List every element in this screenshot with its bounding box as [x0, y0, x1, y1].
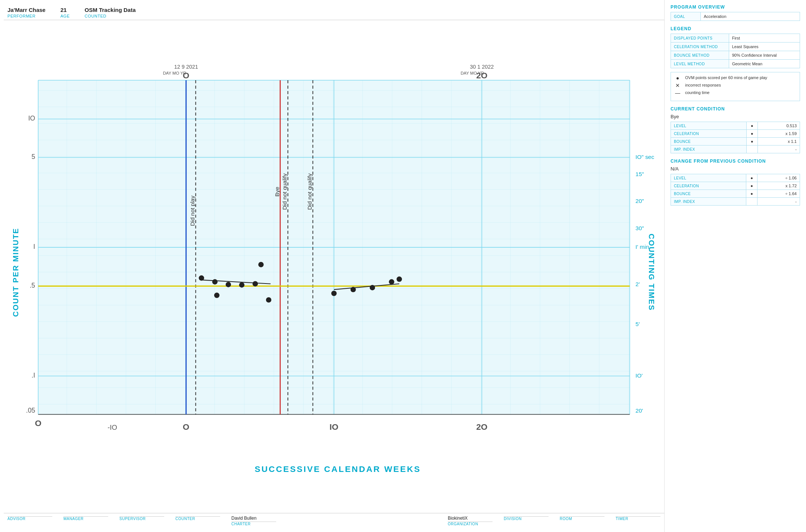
legend-dash-symbol: — — [674, 90, 681, 96]
right-tick-15sec: 15" — [635, 171, 644, 177]
legend-dot-text: OVM points scored per 60 mins of game pl… — [685, 75, 767, 80]
annotation-dnq1: Did not qualify — [281, 173, 288, 210]
current-imp-symbol — [746, 145, 757, 153]
data-point-8 — [266, 297, 271, 303]
organization-label: ORGANIZATION — [448, 522, 493, 526]
x-tick-10: IO — [329, 422, 338, 432]
data-point-12 — [389, 279, 394, 284]
date1-labels: DAY MO YR — [163, 71, 186, 75]
current-condition-name: Bye — [671, 114, 800, 119]
y-axis-label: COUNT PER MINUTE — [11, 228, 20, 317]
change-level-symbol: ● — [746, 174, 757, 182]
goal-value: Acceleration — [701, 12, 800, 21]
supervisor-field: SUPERVISOR — [119, 516, 164, 526]
current-bounce-label: BOUNCE — [671, 138, 747, 145]
change-imp-symbol — [746, 198, 757, 206]
current-stat-imp: IMP. INDEX - — [671, 145, 800, 153]
current-stats-table: LEVEL ● 0.513 CELERATION ● x 1.59 BOUNCE… — [671, 122, 800, 153]
y-tick-1: I — [33, 243, 35, 250]
organization-value: BiokinetiX — [448, 516, 493, 522]
change-cel-value: x 1.72 — [757, 182, 800, 190]
manager-field: MANAGER — [63, 516, 108, 526]
charter-label: CHARTER — [231, 522, 276, 526]
right-tick-20min: 20' — [635, 407, 643, 414]
program-overview-title: PROGRAM OVERVIEW — [671, 4, 800, 10]
change-title: CHANGE FROM PREVIOUS CONDITION — [671, 159, 800, 164]
age-label: AGE — [60, 14, 70, 18]
current-level-value: 0.513 — [757, 122, 800, 130]
division-label: DIVISION — [504, 517, 549, 521]
current-level-label: LEVEL — [671, 122, 747, 130]
footer-row: ADVISOR MANAGER SUPERVISOR COUNTER David… — [4, 513, 664, 528]
room-label: ROOM — [560, 517, 604, 521]
timer-label: TIMER — [616, 517, 660, 521]
change-level-value: ÷ 1.06 — [757, 174, 800, 182]
age-field: 21 AGE — [60, 7, 70, 18]
date1: 12 9 2021 — [174, 64, 198, 70]
y-tick-05: .5 — [30, 282, 35, 289]
current-stat-celeration: CELERATION ● x 1.59 — [671, 130, 800, 138]
change-cel-symbol: ● — [746, 182, 757, 190]
data-point-9 — [331, 291, 337, 296]
advisor-field: ADVISOR — [7, 516, 52, 526]
right-tick-5min: 5' — [635, 321, 640, 327]
room-field: ROOM — [560, 516, 604, 526]
performer-field: Ja'Marr Chase PERFORMER — [7, 7, 46, 18]
legend-x-symbol: ✕ — [674, 83, 681, 88]
current-bounce-symbol: ● — [746, 138, 757, 145]
legend-dot-symbol: ● — [674, 75, 681, 81]
lm-label: LEVEL METHOD — [671, 60, 729, 68]
counter-field: COUNTER — [175, 516, 220, 526]
legend-row-level: LEVEL METHOD Geometric Mean — [671, 60, 800, 68]
main-chart: COUNT PER MINUTE COUNTING TIMES SUCCESSI… — [7, 24, 660, 513]
change-condition-section: CHANGE FROM PREVIOUS CONDITION N/A LEVEL… — [671, 159, 800, 206]
date2: 30 1 2022 — [470, 64, 494, 70]
legend-table: DISPLAYED POINTS First CELERATION METHOD… — [671, 34, 800, 68]
change-cel-label: CELERATION — [671, 182, 746, 190]
data-point-6 — [258, 262, 263, 267]
legend-row-displayed-points: DISPLAYED POINTS First — [671, 34, 800, 43]
annotation-did-not-play: Did not play — [189, 195, 196, 226]
manager-label: MANAGER — [63, 517, 108, 521]
legend-dash-text: counting time — [685, 90, 709, 95]
change-bounce-label: BOUNCE — [671, 190, 746, 198]
right-tick-10min: IO' — [635, 372, 643, 379]
change-level-label: LEVEL — [671, 174, 746, 182]
current-cel-label: CELERATION — [671, 130, 747, 138]
performer-value: Ja'Marr Chase — [7, 7, 46, 13]
right-tick-20sec: 20" — [635, 198, 644, 204]
x-tick-20: 2O — [476, 422, 487, 432]
timer-field: TIMER — [616, 516, 660, 526]
legend-item-2: — counting time — [674, 90, 797, 96]
header-row: Ja'Marr Chase PERFORMER 21 AGE OSM Track… — [4, 4, 664, 20]
data-point-2 — [212, 279, 218, 284]
organization-field: BiokinetiX ORGANIZATION — [448, 516, 493, 526]
current-condition-section: CURRENT CONDITION Bye LEVEL ● 0.513 CELE… — [671, 106, 800, 153]
change-stats-table: LEVEL ● ÷ 1.06 CELERATION ● x 1.72 BOUNC… — [671, 174, 800, 206]
tracking-field: OSM Tracking Data COUNTED — [85, 7, 136, 18]
x-tick-0: O — [183, 422, 190, 432]
data-point-5 — [214, 292, 219, 298]
division-field: DIVISION — [504, 516, 549, 526]
y-tick-01: .I — [31, 372, 35, 379]
performer-label: PERFORMER — [7, 14, 46, 18]
goal-label: GOAL — [671, 12, 701, 21]
legend-row-celeration: CELERATION METHOD Least Squares — [671, 43, 800, 51]
annotation-dnq2: Did not qualify — [306, 173, 313, 210]
change-stat-bounce: BOUNCE ● ÷ 1.64 — [671, 190, 800, 198]
right-tick-2min: 2' — [635, 281, 640, 287]
program-overview-section: PROGRAM OVERVIEW GOAL Acceleration — [671, 4, 800, 21]
y-tick-5: 5 — [31, 153, 35, 160]
y-tick-005: .05 — [26, 407, 35, 414]
date2-labels: DAY MO YR — [460, 71, 484, 75]
current-stat-bounce: BOUNCE ● x 1.1 — [671, 138, 800, 145]
y-tick-10: IO — [28, 115, 35, 122]
advisor-label: ADVISOR — [7, 517, 52, 521]
current-cel-symbol: ● — [746, 130, 757, 138]
x-axis-label: SUCCESSIVE CALENDAR WEEKS — [255, 464, 421, 474]
data-point-7 — [253, 281, 258, 286]
charter-field: David Bullen CHARTER — [231, 516, 276, 526]
current-condition-title: CURRENT CONDITION — [671, 106, 800, 112]
current-imp-value: - — [757, 145, 800, 153]
legend-symbols: ● OVM points scored per 60 mins of game … — [671, 72, 800, 101]
